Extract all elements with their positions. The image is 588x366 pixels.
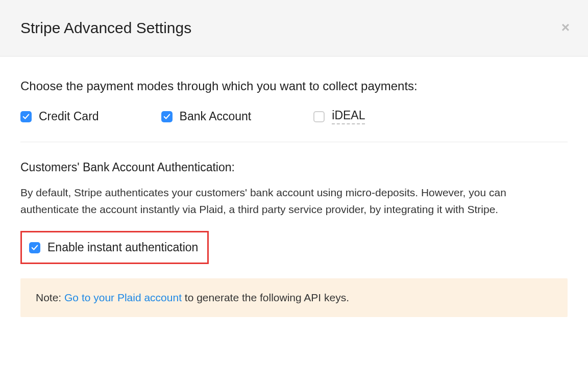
check-icon bbox=[163, 113, 170, 120]
checkbox-label-ideal[interactable]: iDEAL bbox=[332, 109, 365, 124]
checkbox-item-credit-card: Credit Card bbox=[20, 109, 99, 124]
checkbox-ideal[interactable] bbox=[313, 111, 325, 122]
checkbox-enable-instant-auth[interactable] bbox=[29, 242, 40, 253]
checkbox-label-enable-instant-auth: Enable instant authentication bbox=[47, 241, 198, 254]
checkbox-bank-account[interactable] bbox=[161, 111, 173, 122]
payment-modes-heading: Choose the payment modes through which y… bbox=[20, 79, 568, 93]
checkbox-item-bank-account: Bank Account bbox=[161, 109, 252, 124]
check-icon bbox=[31, 244, 38, 251]
checkbox-label-credit-card: Credit Card bbox=[39, 110, 99, 123]
check-icon bbox=[22, 113, 30, 120]
note-suffix: to generate the following API keys. bbox=[182, 292, 349, 303]
bank-auth-description: By default, Stripe authenticates your cu… bbox=[20, 185, 568, 218]
checkbox-credit-card[interactable] bbox=[20, 111, 32, 122]
close-icon[interactable]: × bbox=[561, 20, 570, 35]
plaid-account-link[interactable]: Go to your Plaid account bbox=[64, 292, 182, 303]
modal-title: Stripe Advanced Settings bbox=[20, 19, 568, 37]
enable-instant-auth-highlight: Enable instant authentication bbox=[20, 231, 209, 264]
checkbox-item-ideal: iDEAL bbox=[313, 109, 365, 124]
divider bbox=[20, 142, 568, 142]
note-prefix: Note: bbox=[36, 292, 64, 303]
payment-modes-row: Credit Card Bank Account iDEAL bbox=[20, 109, 568, 124]
note-box: Note: Go to your Plaid account to genera… bbox=[20, 278, 568, 317]
checkbox-label-bank-account: Bank Account bbox=[180, 110, 252, 123]
bank-auth-heading: Customers' Bank Account Authentication: bbox=[20, 161, 568, 174]
modal-header: Stripe Advanced Settings × bbox=[0, 0, 588, 57]
modal-body: Choose the payment modes through which y… bbox=[0, 57, 588, 327]
